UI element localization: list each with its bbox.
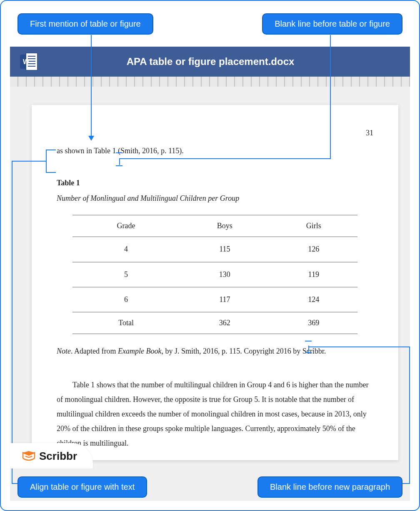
diagram-container: First mention of table or figure Blank l… xyxy=(0,0,420,511)
document-title: APA table or figure placement.docx xyxy=(46,56,375,67)
svg-text:W: W xyxy=(23,58,30,65)
scribbr-brand-badge: Scribbr xyxy=(10,443,93,469)
scribbr-brand-text: Scribbr xyxy=(39,450,77,463)
table-cell: 117 xyxy=(180,287,270,312)
table-header: Grade xyxy=(72,215,180,237)
ruler xyxy=(10,77,410,87)
annotation-line xyxy=(91,35,92,136)
table-total-row: Total 362 369 xyxy=(72,312,358,334)
annotation-line xyxy=(308,346,410,347)
note-text: . Adapted from xyxy=(71,347,118,355)
data-table: Grade Boys Girls 4 115 126 5 130 119 6 xyxy=(72,215,358,334)
annotation-line xyxy=(12,161,12,484)
table-row: 4 115 126 xyxy=(72,237,358,262)
table-cell: 115 xyxy=(180,237,270,262)
annotation-tick xyxy=(116,165,122,166)
annotation-line xyxy=(409,346,410,484)
note-text: , by J. Smith, 2016, p. 115. Copyright 2… xyxy=(161,347,326,355)
table-cell: 119 xyxy=(270,262,358,287)
annotation-tick xyxy=(305,341,312,341)
annotation-line xyxy=(119,158,120,165)
table-label: Table 1 xyxy=(57,176,373,190)
table-header-row: Grade Boys Girls xyxy=(72,215,358,237)
table-row: 6 117 124 xyxy=(72,287,358,312)
annotation-tick xyxy=(116,152,122,153)
table-title: Number of Monlingual and Multilingual Ch… xyxy=(57,191,373,206)
note-book-title: Example Book xyxy=(118,347,161,355)
table-cell: 4 xyxy=(72,237,180,262)
table-cell: Total xyxy=(72,312,180,334)
annotation-tick xyxy=(305,352,312,353)
annotation-line xyxy=(330,35,331,159)
word-titlebar: W APA table or figure placement.docx xyxy=(10,47,410,77)
callout-blank-before-paragraph: Blank line before new paragraph xyxy=(258,476,402,498)
scribbr-logo-icon xyxy=(22,450,36,463)
table-cell: 126 xyxy=(270,237,358,262)
first-mention-text: as shown in Table 1 (Smith, 2016, p. 115… xyxy=(57,144,373,158)
body-paragraph: Table 1 shows that the number of multili… xyxy=(57,378,373,451)
annotation-line xyxy=(46,172,56,173)
table-cell: 362 xyxy=(180,312,270,334)
table-header: Boys xyxy=(180,215,270,237)
note-label: Note xyxy=(57,347,71,355)
table-cell: 130 xyxy=(180,262,270,287)
annotation-line xyxy=(46,150,56,150)
page-number: 31 xyxy=(57,126,373,140)
annotation-line xyxy=(119,158,331,159)
table-cell: 5 xyxy=(72,262,180,287)
word-icon: W xyxy=(20,53,38,70)
table-row: 5 130 119 xyxy=(72,262,358,287)
table-cell: 124 xyxy=(270,287,358,312)
table-cell: 369 xyxy=(270,312,358,334)
table-header: Girls xyxy=(270,215,358,237)
callout-first-mention: First mention of table or figure xyxy=(18,13,153,35)
annotation-line xyxy=(12,161,47,162)
callout-align-table: Align table or figure with text xyxy=(18,476,147,498)
table-cell: 6 xyxy=(72,287,180,312)
annotation-arrow xyxy=(88,136,94,141)
callout-blank-before-table: Blank line before table or figure xyxy=(262,13,402,35)
